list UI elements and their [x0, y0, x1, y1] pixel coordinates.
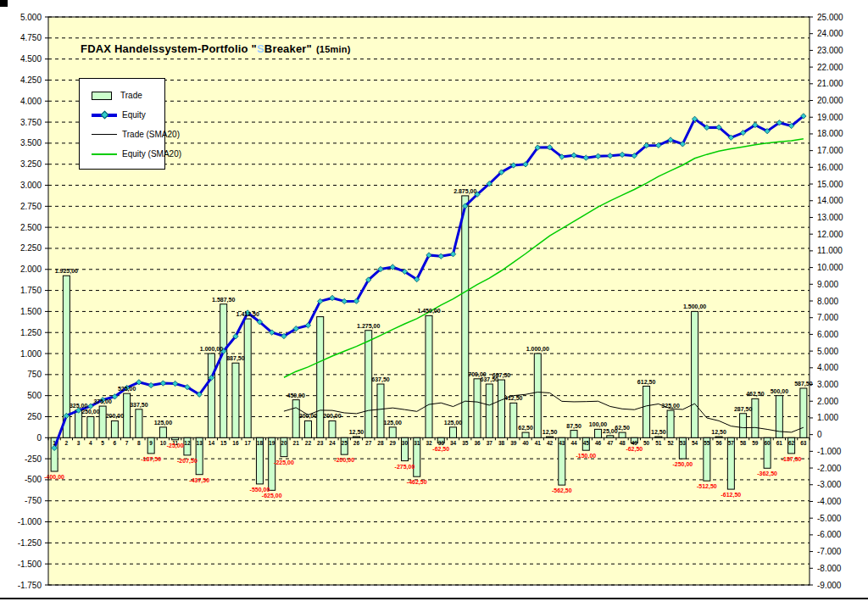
trade-bar	[450, 427, 457, 437]
bar-value-label: 1.000,00	[526, 346, 549, 353]
bar-value-label: 1.587,50	[212, 297, 235, 304]
bar-value-label: 200,00	[299, 413, 318, 420]
trade-bar	[244, 319, 251, 437]
right-axis-tick-label: -5.000	[817, 514, 842, 523]
right-axis-tick-label: 1.000	[817, 413, 838, 422]
title-highlight-letter: S	[257, 42, 264, 55]
x-axis-category-label: 35	[462, 440, 469, 446]
bar-value-label: 12,50	[349, 429, 364, 436]
right-axis-tick-label: 23.000	[817, 46, 843, 55]
bar-value-label: 250,00	[81, 409, 100, 415]
trade-bar	[667, 410, 674, 437]
right-axis-tick-label: -2.000	[817, 464, 842, 473]
x-axis-category-label: 39	[510, 440, 517, 446]
x-axis-category-label: 59	[752, 440, 759, 446]
right-axis-tick-label: 12.000	[817, 230, 843, 239]
x-axis-category-label: 25	[342, 440, 348, 446]
right-axis-tick-label: 19.000	[817, 113, 843, 122]
trade-bar	[111, 420, 118, 437]
bar-value-label-negative: -462,50	[407, 479, 427, 486]
x-axis-category-label: 31	[414, 440, 420, 446]
x-axis-category-label: 48	[619, 440, 626, 446]
x-axis-category-label: 13	[197, 440, 203, 446]
bar-value-label-negative: -62,50	[626, 446, 643, 453]
left-axis-tick-label: 1.000	[20, 349, 42, 359]
bar-value-label: 62,50	[615, 425, 630, 432]
legend-label-equity-sma20: Equity (SMA20)	[122, 149, 181, 159]
right-axis-tick-label: 18.000	[817, 129, 843, 138]
x-axis-category-label: 9	[149, 440, 153, 446]
bar-value-label-negative: -400,00	[44, 474, 64, 481]
bar-value-label-negative: -187,50	[141, 456, 161, 463]
bar-value-label: 525,00	[118, 386, 136, 393]
left-axis-tick-label: 4.500	[20, 54, 42, 64]
trade-bar	[595, 429, 602, 437]
right-axis-tick-label: 6.000	[817, 330, 838, 339]
trade-bar	[329, 420, 336, 437]
bar-value-label-negative: -437,50	[189, 477, 209, 484]
left-axis-tick-label: -1.750	[18, 581, 42, 590]
trade-bar	[208, 354, 214, 437]
bar-value-label: 12,50	[651, 429, 666, 436]
trade-bar	[800, 388, 807, 437]
right-axis-tick-label: 16.000	[817, 163, 843, 172]
left-axis-tick-label: 750	[27, 370, 42, 379]
trade-bar	[232, 363, 239, 437]
legend-item-equity: Equity	[92, 105, 164, 125]
x-axis-category-label: 57	[728, 440, 735, 446]
x-axis-category-label: 36	[474, 440, 481, 446]
left-axis-tick-label: 5.000	[20, 13, 42, 22]
bar-value-label: 450,00	[287, 393, 305, 399]
x-axis-category-label: 58	[740, 440, 747, 446]
left-axis-tick-label: 4.250	[20, 75, 42, 85]
bar-value-label-negative: -612,50	[721, 492, 741, 498]
x-axis-category-label: 16	[232, 440, 239, 446]
trade-bar	[547, 437, 554, 437]
bar-value-label-negative: -250,00	[672, 461, 693, 468]
x-axis-category-label: 20	[281, 440, 287, 446]
x-axis-category-label: 8	[137, 440, 141, 446]
right-axis-tick-label: -3.000	[817, 480, 842, 489]
trade-bar	[317, 317, 324, 438]
x-axis-category-label: 26	[353, 440, 360, 446]
bar-value-label: 887,50	[226, 355, 245, 362]
trade-bar	[692, 311, 698, 437]
x-axis-category-label: 45	[583, 440, 590, 446]
trade-bar	[99, 406, 106, 437]
left-axis-tick-label: -750	[25, 496, 42, 505]
x-axis-category-label: 42	[547, 440, 554, 446]
bar-value-label: 337,50	[130, 402, 148, 409]
legend-item-equity-sma20: Equity (SMA20)	[92, 144, 164, 164]
bar-value-label-negative: -62,50	[432, 446, 449, 453]
right-axis-tick-label: -4.000	[817, 497, 842, 506]
bar-value-label-negative: -512,50	[697, 483, 717, 490]
equity-line-swatch-icon	[92, 114, 117, 117]
x-axis-category-label: 15	[220, 440, 227, 446]
title-rest: Breaker"	[264, 42, 312, 55]
trade-bar	[159, 427, 166, 437]
bar-value-label: 12,50	[542, 429, 558, 436]
x-axis-category-label: 4	[89, 440, 92, 446]
right-axis-tick-label: 8.000	[817, 297, 838, 306]
right-axis-tick-label: 20.000	[817, 96, 843, 105]
bar-value-label: 1.000,00	[200, 346, 223, 353]
right-axis-tick-label: 10.000	[817, 263, 843, 272]
left-axis-tick-label: -250	[25, 454, 42, 464]
bar-value-label: 125,00	[384, 420, 403, 426]
left-axis-tick-label: 0	[36, 433, 42, 443]
right-axis-tick-label: 4.000	[817, 363, 838, 372]
x-axis-category-label: 10	[160, 440, 167, 446]
trade-bar	[124, 393, 131, 437]
bar-value-label: 375,00	[93, 398, 112, 405]
right-axis-tick-label: 9.000	[817, 280, 838, 289]
legend-item-trade-sma20: Trade (SMA20)	[92, 125, 164, 144]
x-axis-category-label: 30	[402, 440, 409, 446]
bar-value-label: 1.412,50	[236, 311, 259, 318]
x-axis-category-label: 3	[77, 440, 81, 446]
screenshot-bottom-edge	[0, 598, 868, 599]
bar-value-label: 2.875,00	[453, 188, 476, 195]
trade-bar	[389, 427, 396, 437]
bar-value-label: 125,00	[154, 420, 173, 426]
left-axis-tick-label: 2.750	[20, 202, 42, 211]
bar-value-label: 1.275,00	[357, 323, 380, 330]
